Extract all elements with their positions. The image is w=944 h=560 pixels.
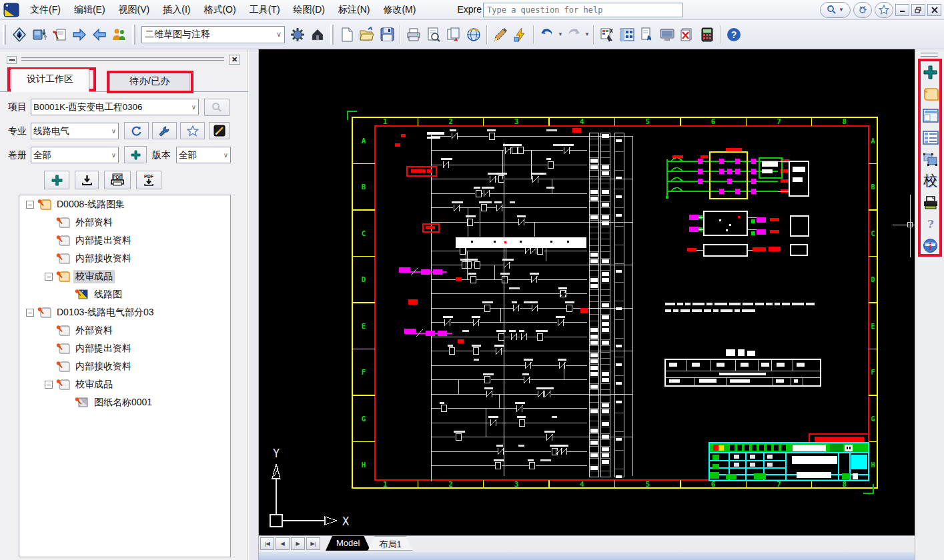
etransmit-button[interactable] (464, 25, 484, 45)
calculator-button[interactable] (697, 25, 717, 45)
tree-item-6[interactable]: –D0103-线路电气部分03 (19, 303, 230, 321)
menu-item-2[interactable]: 视图(V) (112, 1, 157, 19)
publish-button[interactable] (444, 25, 464, 45)
tab-model[interactable]: Model (326, 536, 370, 551)
tree-item-4[interactable]: –校审成品 (19, 267, 230, 285)
home-view-button[interactable] (308, 25, 328, 45)
add-volume-button[interactable] (124, 146, 147, 163)
info-button[interactable] (921, 237, 939, 255)
menu-item-7[interactable]: 标注(N) (332, 1, 376, 19)
window-close-button[interactable] (927, 4, 941, 16)
cad-viewport[interactable]: 1122334455667788AABBCCDDEEFFGGHHXY (259, 49, 915, 535)
tree-item-label[interactable]: 校审成品 (73, 378, 115, 391)
tree-item-label[interactable]: 内部接收资料 (73, 252, 133, 265)
menu-item-9[interactable]: Expre (450, 1, 482, 19)
help-question-input[interactable] (483, 3, 683, 17)
tree-item-label[interactable]: 线路图 (92, 288, 124, 301)
undo-button[interactable] (537, 25, 557, 45)
volume-combobox[interactable]: 全部 ∨ (31, 147, 119, 163)
sheet-scroll-button[interactable] (921, 85, 939, 103)
redo-button[interactable] (564, 25, 584, 45)
print-button[interactable] (921, 193, 939, 211)
settings-wrench-button[interactable] (152, 122, 177, 139)
tree-collapse-toggle[interactable]: – (26, 309, 34, 317)
menu-item-0[interactable]: 文件(F) (23, 1, 67, 19)
forward-button[interactable] (69, 25, 89, 45)
tree-item-label[interactable]: 校审成品 (73, 270, 115, 283)
quick-modify-button[interactable] (510, 25, 530, 45)
layout-window-button[interactable] (921, 107, 939, 125)
tree-item-10[interactable]: –校审成品 (19, 375, 230, 393)
tree-item-1[interactable]: 外部资料 (19, 213, 230, 231)
tree-item-3[interactable]: 内部接收资料 (19, 249, 230, 267)
help-button[interactable]: ? (724, 25, 744, 45)
last-tab-button[interactable]: ▶| (306, 537, 320, 550)
panel-splitter[interactable] (248, 49, 259, 560)
tree-item-label[interactable]: 外部资料 (73, 216, 115, 229)
dbconnect-button[interactable] (637, 25, 657, 45)
undo-dropdown-arrow-icon[interactable]: ▼ (557, 25, 564, 45)
add-button[interactable] (921, 63, 939, 81)
tree-item-label[interactable]: 内部提出资料 (73, 342, 133, 355)
render-button[interactable] (657, 25, 677, 45)
project-search-button[interactable] (204, 99, 229, 116)
panel-collapse-button[interactable] (7, 56, 17, 64)
menu-item-6[interactable]: 绘图(D) (287, 1, 332, 19)
panel-close-button[interactable]: ✕ (229, 55, 240, 65)
tree-item-11[interactable]: 图纸名称0001 (19, 393, 230, 411)
sheetset-manager-button[interactable] (597, 25, 617, 45)
tree-collapse-toggle[interactable]: – (45, 381, 53, 389)
menu-item-3[interactable]: 插入(I) (156, 1, 197, 19)
doc-sync-button[interactable] (29, 25, 49, 45)
purge-button[interactable] (677, 25, 697, 45)
favorites-button[interactable] (875, 2, 893, 18)
users-button[interactable] (109, 25, 129, 45)
menu-item-1[interactable]: 编辑(E) (67, 1, 112, 19)
communication-center-button[interactable] (853, 2, 872, 18)
tree-item-label[interactable]: D0103-线路电气部分03 (55, 306, 156, 319)
tree-item-label[interactable]: 内部提出资料 (73, 234, 133, 247)
window-restore-button[interactable] (911, 4, 925, 16)
document-tree[interactable]: –D0008-线路图集外部资料内部提出资料内部接收资料–校审成品线路图–D010… (19, 195, 231, 557)
tree-item-8[interactable]: 内部提出资料 (19, 339, 230, 357)
tree-item-label[interactable]: 图纸名称0001 (92, 396, 154, 409)
redo-dropdown-arrow-icon[interactable]: ▼ (584, 25, 590, 45)
right-toolbar-grip[interactable] (921, 53, 938, 57)
tab-design-workspace[interactable]: 设计工作区 (11, 69, 89, 92)
first-tab-button[interactable]: |◀ (260, 537, 274, 550)
match-properties-button[interactable] (490, 25, 510, 45)
pdf-download-button[interactable]: PDF (136, 171, 161, 189)
new-file-button[interactable] (337, 25, 357, 45)
version-combobox[interactable]: 全部 ∨ (176, 147, 231, 163)
tree-collapse-toggle[interactable]: – (26, 201, 34, 209)
pdf-print-button[interactable]: PDF (104, 171, 131, 189)
add-sheet-button[interactable] (44, 171, 69, 189)
tree-item-label[interactable]: 外部资料 (73, 324, 115, 337)
menu-item-4[interactable]: 格式(O) (197, 1, 242, 19)
next-tab-button[interactable]: ▶ (291, 537, 305, 550)
back-button[interactable] (89, 25, 109, 45)
plot-preview-button[interactable] (424, 25, 444, 45)
toolbar-grip[interactable] (330, 25, 334, 45)
tab-layout1[interactable]: 布局1 (368, 536, 412, 551)
nav-compass-button[interactable] (9, 25, 29, 45)
help-button[interactable]: ? (921, 215, 939, 233)
tool-page-button[interactable] (49, 25, 69, 45)
compare-views-button[interactable] (921, 150, 939, 168)
edit-mode-button[interactable] (209, 122, 229, 139)
project-combobox[interactable]: B0001K-西安变电工程0306 ∨ (31, 99, 199, 115)
window-minimize-button[interactable] (895, 4, 909, 16)
workspace-settings-button[interactable] (288, 25, 308, 45)
open-file-button[interactable] (357, 25, 377, 45)
tree-item-label[interactable]: D0008-线路图集 (55, 198, 127, 211)
menu-item-8[interactable]: 修改(M) (376, 1, 422, 19)
tree-item-2[interactable]: 内部提出资料 (19, 231, 230, 249)
tree-item-label[interactable]: 内部接收资料 (73, 360, 133, 373)
menu-item-5[interactable]: 工具(T) (243, 1, 287, 19)
toolbar-grip[interactable] (3, 25, 6, 45)
tree-item-5[interactable]: 线路图 (19, 285, 230, 303)
detail-list-button[interactable] (921, 129, 939, 147)
save-button[interactable] (377, 25, 397, 45)
favorite-star-button[interactable] (180, 122, 205, 139)
download-button[interactable] (75, 171, 99, 189)
